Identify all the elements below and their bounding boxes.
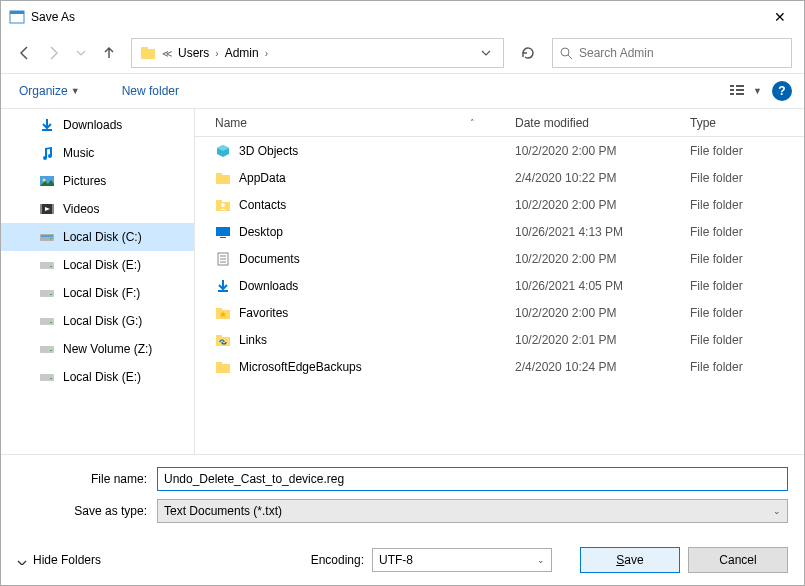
file-date: 10/2/2020 2:00 PM [515,306,690,320]
sidebar-item-label: Music [63,146,94,160]
file-row[interactable]: MicrosoftEdgeBackups2/4/2020 10:24 PMFil… [195,353,804,380]
back-button[interactable] [13,41,37,65]
save-button[interactable]: Save [580,547,680,573]
download-icon [39,117,55,133]
links-icon [215,332,231,348]
svg-rect-1 [10,11,24,14]
view-options-button[interactable]: ▼ [730,79,762,103]
sidebar-item-label: Local Disk (C:) [63,230,142,244]
new-folder-button[interactable]: New folder [116,80,185,102]
hide-folders-button[interactable]: Hide Folders [17,553,101,567]
bottom-panel: File name: Save as type: Text Documents … [1,454,804,585]
file-name: MicrosoftEdgeBackups [239,360,362,374]
file-row[interactable]: 3D Objects10/2/2020 2:00 PMFile folder [195,137,804,164]
videos-icon [39,201,55,217]
disk-icon [39,341,55,357]
column-type[interactable]: Type [690,116,804,130]
up-button[interactable] [97,41,121,65]
forward-button[interactable] [41,41,65,65]
file-type: File folder [690,360,804,374]
savetype-select[interactable]: Text Documents (*.txt) ⌄ [157,499,788,523]
help-button[interactable]: ? [772,81,792,101]
close-button[interactable]: ✕ [764,9,796,25]
file-date: 10/2/2020 2:00 PM [515,252,690,266]
file-type: File folder [690,144,804,158]
chevron-down-icon: ⌄ [773,506,781,516]
sidebar-item[interactable]: Music [1,139,194,167]
sidebar-item[interactable]: Pictures [1,167,194,195]
chevron-right-icon: › [263,48,270,59]
search-placeholder: Search Admin [579,46,654,60]
column-date[interactable]: Date modified [515,116,690,130]
download-icon [215,278,231,294]
sidebar-item-label: Local Disk (G:) [63,314,142,328]
file-type: File folder [690,252,804,266]
encoding-label: Encoding: [311,553,364,567]
encoding-select[interactable]: UTF-8 ⌄ [372,548,552,572]
file-row[interactable]: AppData2/4/2020 10:22 PMFile folder [195,164,804,191]
file-date: 10/26/2021 4:13 PM [515,225,690,239]
disk-icon [39,369,55,385]
svg-rect-29 [40,374,54,381]
file-name: Desktop [239,225,283,239]
cancel-button[interactable]: Cancel [688,547,788,573]
sidebar-item[interactable]: Local Disk (G:) [1,307,194,335]
file-row[interactable]: Links10/2/2020 2:01 PMFile folder [195,326,804,353]
breadcrumb-dropdown[interactable] [481,48,499,58]
organize-button[interactable]: Organize ▼ [13,80,86,102]
column-headers[interactable]: Name ˄ Date modified Type [195,109,804,137]
svg-rect-48 [216,362,222,365]
svg-rect-19 [41,235,53,237]
column-name[interactable]: Name ˄ [195,116,515,130]
file-name: Downloads [239,279,298,293]
file-type: File folder [690,333,804,347]
file-list[interactable]: 3D Objects10/2/2020 2:00 PMFile folderAp… [195,137,804,454]
sidebar-item[interactable]: Downloads [1,111,194,139]
file-row[interactable]: Documents10/2/2020 2:00 PMFile folder [195,245,804,272]
file-row[interactable]: Downloads10/26/2021 4:05 PMFile folder [195,272,804,299]
svg-rect-34 [216,200,222,203]
disk-icon [39,285,55,301]
svg-rect-22 [50,266,52,267]
sidebar-item-label: Pictures [63,174,106,188]
svg-point-4 [561,48,569,56]
music-icon [39,145,55,161]
svg-rect-25 [40,318,54,325]
svg-line-5 [568,55,572,59]
svg-rect-26 [50,322,52,323]
disk-icon [39,313,55,329]
disk-icon [39,257,55,273]
filename-input[interactable] [157,467,788,491]
sidebar-item[interactable]: Local Disk (C:) [1,223,194,251]
sidebar-item[interactable]: Local Disk (E:) [1,251,194,279]
breadcrumb[interactable]: ≪ Users › Admin › [131,38,504,68]
file-date: 10/26/2021 4:05 PM [515,279,690,293]
file-name: Documents [239,252,300,266]
file-row[interactable]: Desktop10/26/2021 4:13 PMFile folder [195,218,804,245]
sidebar-item[interactable]: Videos [1,195,194,223]
svg-rect-23 [40,290,54,297]
filename-label: File name: [17,472,157,486]
svg-rect-46 [216,335,222,338]
search-input[interactable]: Search Admin [552,38,792,68]
svg-rect-17 [52,204,54,214]
sidebar-item[interactable]: Local Disk (F:) [1,279,194,307]
breadcrumb-admin[interactable]: Admin [221,46,263,60]
file-row[interactable]: Favorites10/2/2020 2:00 PMFile folder [195,299,804,326]
chevron-down-icon: ▼ [71,86,80,96]
sidebar-item[interactable]: Local Disk (E:) [1,363,194,391]
contacts-icon [215,197,231,213]
sidebar-item[interactable]: New Volume (Z:) [1,335,194,363]
breadcrumb-users[interactable]: Users [174,46,213,60]
svg-rect-31 [216,175,230,184]
file-date: 10/2/2020 2:00 PM [515,198,690,212]
breadcrumb-root-icon[interactable] [136,45,160,61]
recent-dropdown[interactable] [69,41,93,65]
refresh-button[interactable] [514,38,542,68]
sidebar[interactable]: DownloadsMusicPicturesVideosLocal Disk (… [1,109,195,454]
svg-rect-28 [50,350,52,351]
search-icon [559,46,573,60]
file-row[interactable]: Contacts10/2/2020 2:00 PMFile folder [195,191,804,218]
svg-rect-8 [730,93,734,95]
chevron-down-icon: ▼ [753,86,762,96]
